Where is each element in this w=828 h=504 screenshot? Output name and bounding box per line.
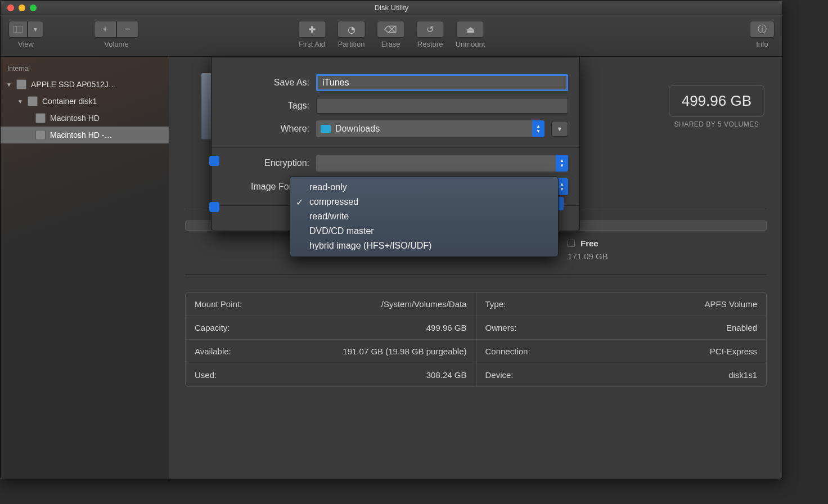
sheet-divider	[212, 147, 579, 148]
toolbar: ▼ View + − Volume ✚First Aid ◔Partition …	[1, 15, 782, 57]
view-sidebar-button[interactable]	[8, 21, 28, 38]
info-val: PCI-Express	[710, 346, 757, 356]
disk-utility-window: Disk Utility ▼ View + − Volume ✚First Ai…	[0, 0, 783, 479]
svg-rect-0	[14, 26, 22, 33]
restore-label: Restore	[417, 40, 443, 48]
titlebar: Disk Utility	[1, 1, 782, 15]
volume-summary: 499.96 GB SHARED BY 5 VOLUMES	[669, 85, 764, 128]
disclosure-icon: ▼	[17, 98, 23, 105]
expand-save-button[interactable]: ▼	[551, 121, 568, 137]
info-row: Owners:Enabled	[476, 316, 767, 340]
erase-button[interactable]: ⌫	[377, 21, 405, 38]
dropdown-item-label: read/write	[309, 212, 349, 222]
swatch-icon	[209, 156, 219, 166]
swatch-icon	[209, 202, 219, 212]
partition-button[interactable]: ◔	[338, 21, 366, 38]
dropdown-item-read-write[interactable]: read/write	[290, 209, 558, 224]
folder-icon	[321, 125, 331, 133]
free-legend: Free	[568, 238, 767, 248]
info-row: Connection:PCI-Express	[476, 340, 767, 363]
info-icon: ⓘ	[758, 24, 767, 35]
sidebar-icon	[14, 26, 22, 33]
chevron-down-icon: ▼	[33, 26, 38, 33]
volume-group: + − Volume	[94, 21, 139, 48]
sidebar-item-machd[interactable]: Macintosh HD	[1, 110, 169, 127]
sidebar-section-internal: Internal	[1, 61, 169, 76]
free-value: 171.09 GB	[568, 251, 767, 261]
select-stepper-icon: ▲▼	[532, 120, 544, 137]
unmount-label: Unmount	[456, 40, 485, 48]
dropdown-item-label: compressed	[309, 197, 358, 207]
dropdown-item-dvd-cd[interactable]: DVD/CD master	[290, 224, 558, 238]
view-menu-button[interactable]: ▼	[28, 21, 43, 38]
remove-volume-button[interactable]: −	[116, 21, 139, 38]
tags-input[interactable]	[316, 98, 568, 114]
tags-label: Tags:	[223, 101, 309, 111]
erase-icon: ⌫	[384, 24, 397, 35]
info-row: Used:308.24 GB	[186, 363, 476, 386]
free-label: Free	[580, 238, 598, 248]
zoom-icon[interactable]	[30, 4, 37, 11]
volume-size: 499.96 GB	[669, 85, 764, 117]
info-row: Mount Point:/System/Volumes/Data	[186, 292, 476, 316]
info-row: Capacity:499.96 GB	[186, 316, 476, 340]
volume-icon	[35, 113, 46, 123]
info-val: 308.24 GB	[426, 370, 467, 380]
info-table: Mount Point:/System/Volumes/Data Capacit…	[185, 292, 767, 387]
free-swatch-icon	[568, 240, 575, 247]
info-button[interactable]: ⓘ	[750, 21, 775, 38]
sidebar-item-ssd[interactable]: ▼APPLE SSD AP0512J…	[1, 76, 169, 93]
info-key: Used:	[195, 370, 217, 380]
sidebar-item-label: Macintosh HD	[50, 114, 100, 123]
disclosure-icon: ▼	[6, 82, 12, 88]
info-key: Connection:	[485, 346, 530, 356]
info-val: /System/Volumes/Data	[381, 299, 467, 309]
volume-shared: SHARED BY 5 VOLUMES	[669, 120, 764, 128]
minimize-icon[interactable]	[19, 4, 25, 11]
info-col-right: Type:APFS Volume Owners:Enabled Connecti…	[476, 292, 767, 386]
encryption-label: Encryption:	[223, 158, 309, 168]
chevron-down-icon: ▼	[557, 125, 563, 132]
info-row: Available:191.07 GB (19.98 GB purgeable)	[186, 340, 476, 363]
close-icon[interactable]	[7, 4, 14, 11]
info-val: disk1s1	[728, 370, 757, 380]
restore-button[interactable]: ↺	[416, 21, 444, 38]
sidebar-item-label: APPLE SSD AP0512J…	[31, 80, 116, 89]
info-key: Available:	[195, 346, 231, 356]
sidebar-item-label: Container disk1	[42, 97, 97, 106]
dropdown-item-read-only[interactable]: read-only	[290, 180, 558, 195]
sidebar-item-machd-data[interactable]: Macintosh HD -…	[1, 127, 169, 143]
sidebar-item-container[interactable]: ▼Container disk1	[1, 93, 169, 110]
volume-icon	[35, 130, 46, 140]
minus-icon: −	[125, 24, 130, 34]
dropdown-item-label: read-only	[309, 182, 347, 192]
erase-label: Erase	[381, 40, 400, 48]
info-key: Owners:	[485, 323, 517, 332]
dropdown-item-compressed[interactable]: ✓compressed	[290, 195, 558, 209]
save-as-input[interactable]	[316, 74, 568, 91]
view-label: View	[18, 40, 34, 48]
pie-icon: ◔	[348, 24, 356, 35]
first-aid-button[interactable]: ✚	[298, 21, 326, 38]
where-label: Where:	[223, 124, 309, 134]
encryption-select[interactable]: ▲▼	[316, 155, 568, 172]
dropdown-item-label: hybrid image (HFS+/ISO/UDF)	[309, 241, 431, 251]
info-label: Info	[756, 40, 768, 48]
info-val: APFS Volume	[705, 299, 757, 309]
first-aid-label: First Aid	[299, 40, 325, 48]
dropdown-item-hybrid[interactable]: hybrid image (HFS+/ISO/UDF)	[290, 238, 558, 253]
plus-icon: +	[102, 24, 107, 34]
info-group: ⓘ Info	[750, 21, 775, 48]
partition-label: Partition	[338, 40, 365, 48]
unmount-button[interactable]: ⏏	[456, 21, 484, 38]
dropdown-item-label: DVD/CD master	[309, 226, 374, 236]
sidebar-item-label: Macintosh HD -…	[50, 130, 112, 140]
image-format-dropdown: read-only ✓compressed read/write DVD/CD …	[290, 176, 559, 257]
info-val: 499.96 GB	[426, 323, 467, 332]
toolbar-center: ✚First Aid ◔Partition ⌫Erase ↺Restore ⏏U…	[298, 21, 485, 48]
add-volume-button[interactable]: +	[94, 21, 116, 38]
where-select[interactable]: Downloads ▲▼	[316, 120, 544, 137]
window-title: Disk Utility	[1, 3, 782, 12]
info-key: Device:	[485, 370, 514, 380]
info-val: 191.07 GB (19.98 GB purgeable)	[343, 346, 466, 356]
